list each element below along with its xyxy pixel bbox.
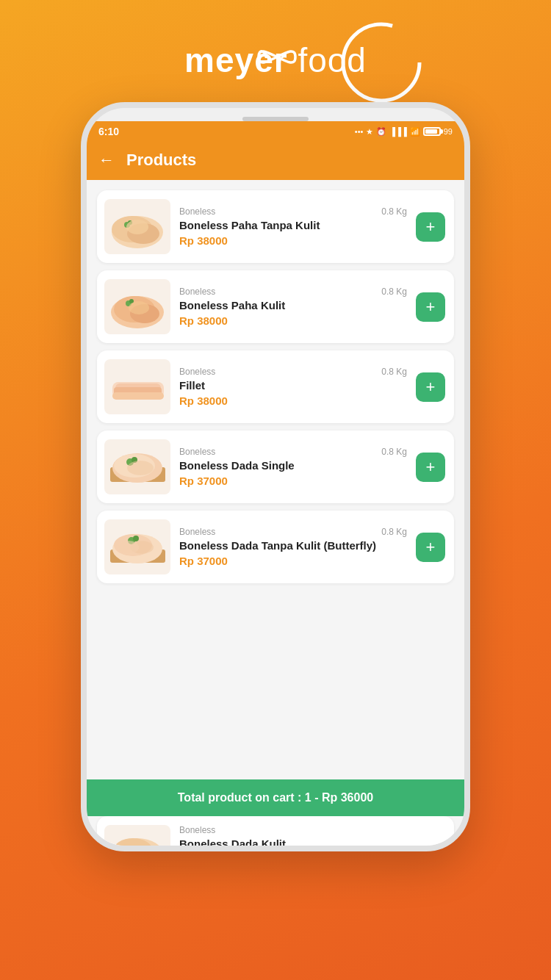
add-button-2[interactable]: + xyxy=(416,292,445,322)
product-info-5: Boneless 0.8 Kg Boneless Dada Tanpa Kuli… xyxy=(179,527,407,567)
product-card-4: Boneless 0.8 Kg Boneless Dada Single Rp … xyxy=(97,430,454,503)
product-image-svg-5 xyxy=(107,522,169,573)
product-name-2: Boneless Paha Kulit xyxy=(179,298,407,313)
product-card-partial: Boneless Boneless Dada Kulit xyxy=(97,816,454,846)
cart-bar[interactable]: Total product on cart : 1 - Rp 36000 xyxy=(87,779,464,816)
product-image-svg-2 xyxy=(107,281,169,333)
product-image-svg-1 xyxy=(107,201,169,253)
product-name-partial: Boneless Dada Kulit xyxy=(179,837,445,846)
svg-point-12 xyxy=(129,301,149,314)
product-category-4: Boneless xyxy=(179,447,215,457)
product-category-2: Boneless xyxy=(179,287,215,297)
product-info-2: Boneless 0.8 Kg Boneless Paha Kulit Rp 3… xyxy=(179,287,407,327)
status-icons: ••• ★ ⏰ ▐▐▐ 📶 99 xyxy=(355,127,453,137)
product-card-5: Boneless 0.8 Kg Boneless Dada Tanpa Kuli… xyxy=(97,511,454,583)
product-category-3: Boneless xyxy=(179,367,215,377)
product-name-4: Boneless Dada Single xyxy=(179,458,407,473)
phone-mockup: 6:10 ••• ★ ⏰ ▐▐▐ 📶 99 ← Products xyxy=(81,102,470,851)
product-category-row-4: Boneless 0.8 Kg xyxy=(179,447,407,457)
product-category-5: Boneless xyxy=(179,527,215,537)
alarm-icon: ⏰ xyxy=(376,127,386,137)
add-button-3[interactable]: + xyxy=(416,372,445,402)
product-weight-3: 0.8 Kg xyxy=(381,367,407,377)
product-card-3: Boneless 0.8 Kg Fillet Rp 38000 + xyxy=(97,350,454,423)
logo-icon xyxy=(337,18,425,107)
product-card-1: Boneless 0.8 Kg Boneless Paha Tanpa Kuli… xyxy=(97,190,454,263)
product-image-4 xyxy=(104,439,170,494)
product-info-1: Boneless 0.8 Kg Boneless Paha Tanpa Kuli… xyxy=(179,206,407,247)
partial-card-area: Boneless Boneless Dada Kulit xyxy=(87,816,464,846)
product-image-3 xyxy=(104,359,170,414)
product-weight-5: 0.8 Kg xyxy=(381,527,407,537)
product-price-4: Rp 37000 xyxy=(179,475,407,487)
product-name-5: Boneless Dada Tanpa Kulit (Butterfly) xyxy=(179,538,407,553)
product-info-partial: Boneless Boneless Dada Kulit xyxy=(179,825,445,846)
battery-percent: 99 xyxy=(444,127,453,136)
product-category-row-2: Boneless 0.8 Kg xyxy=(179,287,407,297)
product-price-5: Rp 37000 xyxy=(179,555,407,567)
product-price-2: Rp 38000 xyxy=(179,314,407,327)
battery-fill xyxy=(425,129,437,134)
product-image-1 xyxy=(104,199,170,254)
product-info-3: Boneless 0.8 Kg Fillet Rp 38000 xyxy=(179,367,407,407)
product-category-row-1: Boneless 0.8 Kg xyxy=(179,206,407,217)
svg-point-0 xyxy=(343,24,419,101)
page-title: Products xyxy=(126,151,196,170)
product-category-row-3: Boneless 0.8 Kg xyxy=(179,367,407,377)
dots-icon: ••• xyxy=(355,127,364,136)
svg-rect-16 xyxy=(112,392,164,400)
product-image-svg-3 xyxy=(107,361,169,413)
add-button-1[interactable]: + xyxy=(416,212,445,242)
product-price-1: Rp 38000 xyxy=(179,234,407,247)
product-image-2 xyxy=(104,279,170,334)
product-info-4: Boneless 0.8 Kg Boneless Dada Single Rp … xyxy=(179,447,407,487)
product-category-1: Boneless xyxy=(179,206,215,217)
product-card-2: Boneless 0.8 Kg Boneless Paha Kulit Rp 3… xyxy=(97,270,454,343)
svg-point-22 xyxy=(127,461,154,475)
add-button-4[interactable]: + xyxy=(416,453,445,482)
back-button[interactable]: ← xyxy=(98,151,115,170)
status-bar: 6:10 ••• ★ ⏰ ▐▐▐ 📶 99 xyxy=(87,121,464,142)
product-image-svg-partial xyxy=(107,825,169,846)
logo-infinity-icon xyxy=(255,44,299,70)
product-weight-4: 0.8 Kg xyxy=(381,447,407,457)
cart-label: Total product on cart : 1 - Rp 36000 xyxy=(178,791,373,804)
add-button-5[interactable]: + xyxy=(416,533,445,562)
battery-icon xyxy=(423,127,441,136)
product-category-partial: Boneless xyxy=(179,825,215,835)
logo-area: meyer food xyxy=(184,40,367,80)
signal-icon: ▐▐▐ xyxy=(389,127,406,136)
bluetooth-icon: ★ xyxy=(366,127,373,137)
product-price-3: Rp 38000 xyxy=(179,394,407,407)
svg-point-6 xyxy=(126,220,148,234)
app-header: ← Products xyxy=(87,142,464,180)
svg-point-29 xyxy=(118,541,139,554)
product-image-svg-4 xyxy=(107,442,169,493)
product-list: Boneless 0.8 Kg Boneless Paha Tanpa Kuli… xyxy=(87,180,464,779)
product-name-1: Boneless Paha Tanpa Kulit xyxy=(179,218,407,233)
product-weight-1: 0.8 Kg xyxy=(381,206,407,217)
status-time: 6:10 xyxy=(98,126,119,137)
product-image-5 xyxy=(104,519,170,574)
product-weight-2: 0.8 Kg xyxy=(381,287,407,297)
product-category-row-5: Boneless 0.8 Kg xyxy=(179,527,407,537)
product-name-3: Fillet xyxy=(179,378,407,393)
wifi-icon: 📶 xyxy=(410,127,420,137)
svg-point-27 xyxy=(133,536,139,541)
product-image-partial xyxy=(104,825,170,846)
